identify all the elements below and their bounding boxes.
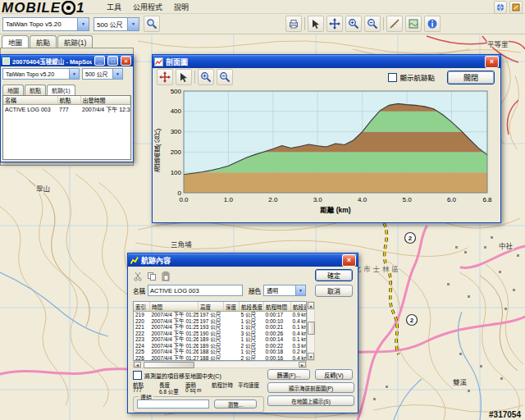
- column-header[interactable]: 出發時間: [80, 96, 130, 105]
- column-header[interactable]: 航點: [57, 96, 80, 105]
- close-icon[interactable]: ×: [342, 254, 356, 267]
- track-point-row[interactable]: 2222007/4/4 下午 01:25:55190 公尺3 公尺0:00:26…: [134, 331, 307, 337]
- zoom-in-icon[interactable]: [345, 16, 362, 32]
- globe-icon[interactable]: [494, 1, 507, 14]
- window-title: 20070404玉稜縱山 - MapSource: [12, 57, 92, 66]
- cell: 0.4 km/h: [291, 318, 308, 325]
- print-icon[interactable]: [285, 16, 302, 32]
- pan-icon[interactable]: [326, 16, 343, 32]
- cut-icon[interactable]: [133, 270, 143, 285]
- elevation-chart[interactable]: 01002003004005000.01.02.03.04.05.06.06.8…: [162, 88, 494, 217]
- column-header[interactable]: 航段速度: [291, 302, 308, 312]
- copy-icon[interactable]: [147, 270, 157, 285]
- ok-button[interactable]: 確定: [315, 269, 353, 281]
- menu-utilities[interactable]: 公用程式: [128, 1, 167, 13]
- select-arrow-icon[interactable]: [308, 16, 324, 32]
- cell: 2007/4/4 下午 12:3: [80, 105, 130, 114]
- close-icon[interactable]: ×: [485, 56, 499, 68]
- track-icon: [130, 256, 139, 265]
- tab-tracks[interactable]: 航跡(1): [47, 84, 75, 95]
- track-point-row[interactable]: 2212007/4/4 下午 01:25:34193 公尺1 公尺0:00:21…: [134, 324, 307, 331]
- dialog-toolbar: [133, 270, 171, 285]
- column-header[interactable]: 名稱: [3, 96, 57, 105]
- checkbox-icon[interactable]: [133, 371, 142, 380]
- zoom-level-select[interactable]: 500 公尺 ▼: [94, 17, 139, 31]
- tab-waypoints[interactable]: 航點: [30, 35, 57, 48]
- dialog-title-bar[interactable]: 剖面圖 ×: [153, 55, 500, 68]
- column-header[interactable]: 高度: [199, 302, 224, 312]
- paste-icon[interactable]: [161, 270, 171, 285]
- window-title-bar[interactable]: 20070404玉稜縱山 - MapSource _ □ ×: [1, 55, 133, 66]
- menu-help[interactable]: 說明: [169, 1, 194, 13]
- zoom-in-icon[interactable]: [198, 69, 214, 85]
- filter-button[interactable]: 篩選(F)...: [267, 369, 310, 380]
- tab-map[interactable]: 地圖: [2, 84, 24, 95]
- map-product-select[interactable]: TaiWan Topo v5.20 ▼: [2, 68, 80, 80]
- elevation-chart-area[interactable]: 海拔高度(公尺) 01002003004005000.01.02.03.04.0…: [153, 86, 500, 222]
- maximize-button[interactable]: □: [107, 56, 118, 66]
- zoom-level-value: 500 公尺: [97, 20, 123, 29]
- svg-text:6.0: 6.0: [447, 196, 457, 203]
- color-value: 透明: [267, 286, 278, 294]
- tab-waypoints[interactable]: 航點: [25, 84, 46, 95]
- show-profile-button[interactable]: 顯示海拔剖面圖(P): [267, 382, 354, 393]
- track-point-row[interactable]: 2202007/4/4 下午 01:25:24197 公尺1 公尺0:00:10…: [134, 318, 307, 325]
- map-label: 中社: [499, 242, 514, 250]
- color-select[interactable]: 透明 ▼: [263, 285, 306, 296]
- track-point-row[interactable]: 2192007/4/4 下午 01:25:07197 公尺5 公尺0:00:17…: [134, 312, 307, 318]
- find-icon[interactable]: [144, 16, 160, 32]
- pan-icon[interactable]: [157, 69, 173, 85]
- browse-button[interactable]: 瀏覽...: [214, 399, 257, 409]
- column-header[interactable]: 航段長度: [240, 302, 264, 312]
- show-on-map-button[interactable]: 在地圖上顯示(S): [267, 395, 354, 406]
- select-arrow-icon[interactable]: [176, 69, 192, 85]
- cell: 0.9 km/h: [291, 312, 308, 318]
- column-header[interactable]: 索引: [134, 302, 150, 312]
- track-point-row[interactable]: 2232007/4/4 下午 01:26:21189 公尺1 公尺0:00:14…: [134, 336, 307, 343]
- column-header[interactable]: 深度: [224, 302, 240, 312]
- scroll-up-icon[interactable]: ▲: [308, 302, 314, 309]
- show-track-points-checkbox[interactable]: 顯示航跡點: [388, 72, 435, 82]
- cell: 224: [134, 343, 150, 349]
- road-shield: 2: [405, 233, 416, 244]
- menu-tools[interactable]: 工具: [102, 1, 126, 13]
- zoom-out-icon[interactable]: [217, 69, 233, 85]
- vertical-scrollbar[interactable]: ▲ ▼: [307, 301, 315, 361]
- map-product-select[interactable]: TaiWan Topo v5.20 ▼: [2, 17, 89, 31]
- map-document-icon: [2, 57, 10, 65]
- cell: [224, 331, 240, 337]
- close-button[interactable]: 關閉: [447, 71, 495, 84]
- track-point-row[interactable]: 2242007/4/4 下午 01:26:35189 公尺2 公尺0:00:22…: [134, 343, 307, 349]
- measure-icon[interactable]: [386, 16, 403, 32]
- map-view-icon[interactable]: [405, 16, 422, 32]
- checkbox-icon[interactable]: [388, 73, 397, 82]
- color-label: 顏色: [249, 286, 261, 295]
- track-name-input[interactable]: [148, 285, 243, 296]
- horizontal-scrollbar[interactable]: ◄ ►: [133, 361, 307, 368]
- link-input[interactable]: [137, 399, 209, 409]
- cell: 0.3 km/h: [291, 343, 308, 349]
- center-on-map-checkbox[interactable]: 將測量的項目移至地圖中央(C): [133, 371, 221, 380]
- scroll-left-icon[interactable]: ◄: [134, 362, 141, 368]
- dialog-title-bar[interactable]: 航跡內容 ×: [128, 253, 358, 267]
- zoom-out-icon[interactable]: [364, 16, 381, 32]
- zoom-level-select[interactable]: 500 公尺 ▼: [82, 68, 123, 80]
- scroll-right-icon[interactable]: ►: [299, 362, 306, 368]
- cancel-button[interactable]: 取消: [315, 285, 353, 297]
- close-button[interactable]: ×: [121, 56, 131, 66]
- track-point-row[interactable]: 2252007/4/4 下午 01:26:57188 公尺1 公尺0:00:18…: [134, 349, 307, 355]
- column-header[interactable]: 航程時間: [264, 302, 291, 312]
- scroll-down-icon[interactable]: ▼: [308, 353, 314, 360]
- tools-icon[interactable]: [509, 1, 523, 14]
- track-list-row[interactable]: ACTIVE LOG 0037772007/4/4 下午 12:3: [3, 105, 130, 114]
- invert-button[interactable]: 反轉(V): [315, 369, 353, 380]
- info-icon[interactable]: [424, 16, 441, 32]
- minimize-button[interactable]: _: [94, 56, 105, 66]
- scroll-thumb[interactable]: [308, 322, 315, 335]
- tab-tracks[interactable]: 航跡(1): [57, 35, 93, 48]
- track-points-panel: 索引時間高度深度航段長度航程時間航段速度航段方位 2192007/4/4 下午 …: [133, 301, 315, 368]
- scroll-thumb[interactable]: [144, 362, 194, 368]
- track-point-row[interactable]: 2262007/4/4 下午 01:27:15188 公尺2 公尺0:00:16…: [134, 355, 307, 362]
- tab-map[interactable]: 地圖: [2, 35, 29, 48]
- column-header[interactable]: 時間: [150, 302, 199, 312]
